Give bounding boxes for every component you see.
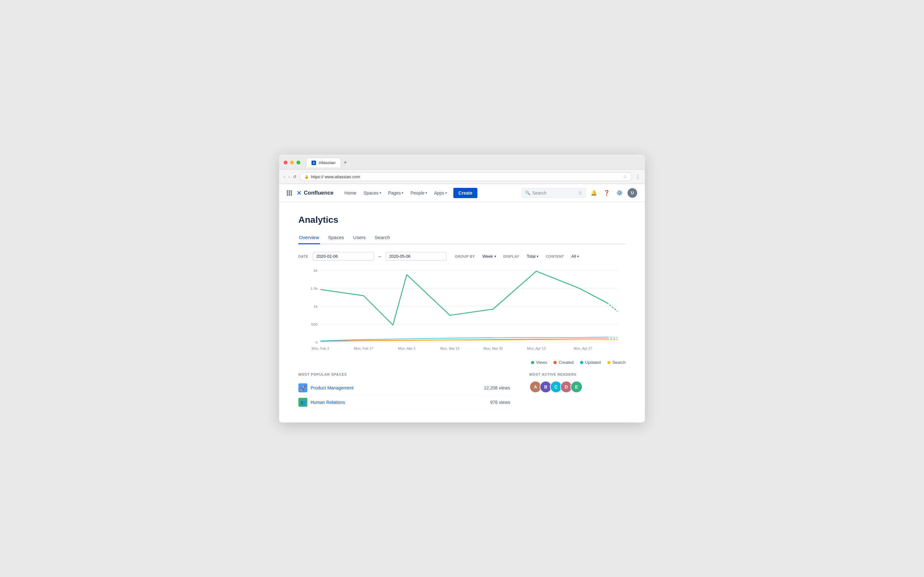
group-by-select[interactable]: Week ▾ — [480, 252, 499, 261]
content-label: CONTENT — [546, 255, 564, 258]
space-icon-human-relations: 👥 — [298, 398, 307, 407]
views-line — [320, 271, 607, 325]
svg-text:2k: 2k — [313, 268, 318, 273]
space-item: 👥 Human Relations 976 views — [298, 395, 510, 410]
nav-apps[interactable]: Apps ▾ — [431, 188, 450, 198]
confluence-logo-text: Confluence — [304, 190, 334, 196]
close-button[interactable] — [284, 161, 288, 164]
analytics-chart: 2k 1.5k 1k 500 0 — [298, 267, 626, 357]
page-title: Analytics — [298, 215, 626, 225]
chevron-down-icon: ▾ — [537, 255, 538, 258]
confluence-logo-icon: ✕ — [296, 189, 302, 197]
minimize-button[interactable] — [290, 161, 294, 164]
chevron-down-icon: ▾ — [577, 255, 579, 258]
svg-text:500: 500 — [311, 322, 318, 327]
search-line — [320, 340, 607, 342]
views-dot — [531, 361, 534, 364]
notifications-icon[interactable]: 🔔 — [589, 188, 599, 198]
browser-addressbar: ‹ › ↺ 🔒 https:// www.atlassian.com ☆ ⋮ — [279, 169, 645, 184]
legend-views: Views — [531, 360, 547, 365]
user-avatar[interactable]: U — [628, 188, 637, 198]
search-icon: 🔍 — [525, 190, 530, 195]
address-field[interactable]: 🔒 https:// www.atlassian.com ☆ — [300, 172, 632, 181]
svg-text:Mon, Apr 27: Mon, Apr 27 — [573, 347, 592, 350]
svg-text:Mon, Feb 3: Mon, Feb 3 — [312, 347, 329, 350]
space-name-product-management[interactable]: Product Management — [310, 385, 481, 390]
updated-dot — [580, 361, 583, 364]
svg-text:1.5k: 1.5k — [310, 286, 317, 291]
search-dot — [607, 361, 611, 364]
created-dot — [553, 361, 557, 364]
legend-search: Search — [607, 360, 626, 365]
browser-window: A Atlassian + ‹ › ↺ 🔒 https:// www.atlas… — [279, 155, 645, 422]
nav-people[interactable]: People ▾ — [407, 188, 430, 198]
chevron-down-icon: ▾ — [402, 191, 403, 195]
tab-overview[interactable]: Overview — [298, 231, 320, 244]
tab-title: Atlassian — [318, 160, 336, 165]
header-right: 🔍 Search / 🔔 ❓ ⚙️ U — [522, 188, 637, 198]
analytics-tabs: Overview Spaces Users Search — [298, 231, 626, 244]
tab-spaces[interactable]: Spaces — [328, 231, 345, 244]
lock-icon: 🔒 — [304, 175, 309, 179]
date-to-input[interactable] — [386, 252, 447, 261]
nav-home[interactable]: Home — [341, 188, 360, 198]
reader-avatar[interactable]: E — [570, 381, 583, 393]
tab-search[interactable]: Search — [374, 231, 391, 244]
app-grid-icon[interactable] — [287, 190, 292, 195]
main-navigation: Home Spaces ▾ Pages ▾ People ▾ Apps ▾ Cr… — [341, 188, 478, 198]
most-active-readers: MOST ACTIVE READERS A B C D E — [529, 372, 626, 410]
settings-icon[interactable]: ⚙️ — [615, 188, 624, 198]
date-label: DATE — [298, 255, 309, 258]
legend-created: Created — [553, 360, 573, 365]
main-content: Analytics Overview Spaces Users Search D… — [279, 202, 645, 422]
search-shortcut: / — [578, 191, 582, 195]
url-text: https:// www.atlassian.com — [311, 174, 360, 179]
back-button[interactable]: ‹ — [284, 174, 285, 179]
chevron-down-icon: ▾ — [380, 191, 381, 195]
search-line-dashed — [607, 340, 617, 340]
display-label: DISPLAY — [503, 255, 519, 258]
group-by-label: GROUP BY — [455, 255, 475, 258]
readers-avatars: A B C D E — [529, 381, 626, 393]
date-separator: – — [378, 253, 381, 259]
svg-text:Mon, Apr 13: Mon, Apr 13 — [527, 347, 546, 350]
content-select[interactable]: All ▾ — [569, 252, 582, 261]
new-tab-button[interactable]: + — [344, 159, 347, 166]
help-icon[interactable]: ❓ — [602, 188, 612, 198]
updated-line-dashed — [607, 337, 617, 338]
nav-pages[interactable]: Pages ▾ — [385, 188, 407, 198]
space-name-human-relations[interactable]: Human Relations — [310, 400, 487, 405]
svg-text:Mon, Mar 30: Mon, Mar 30 — [483, 347, 503, 350]
chevron-down-icon: ▾ — [445, 191, 447, 195]
legend-updated: Updated — [580, 360, 601, 365]
svg-text:1k: 1k — [313, 304, 318, 309]
chevron-down-icon: ▾ — [494, 255, 496, 258]
space-views-human-relations: 976 views — [490, 400, 510, 405]
chart-legend: Views Created Updated Search — [298, 360, 626, 365]
confluence-header: ✕ Confluence Home Spaces ▾ Pages ▾ Peopl… — [279, 184, 645, 202]
space-icon-product-management: 🚀 — [298, 384, 307, 392]
browser-tab[interactable]: A Atlassian — [306, 158, 341, 167]
browser-titlebar: A Atlassian + — [279, 155, 645, 169]
popular-spaces-title: MOST POPULAR SPACES — [298, 372, 510, 376]
popular-spaces: MOST POPULAR SPACES 🚀 Product Management… — [298, 372, 510, 410]
nav-spaces[interactable]: Spaces ▾ — [360, 188, 384, 198]
maximize-button[interactable] — [296, 161, 300, 164]
search-box[interactable]: 🔍 Search / — [522, 188, 586, 198]
confluence-logo[interactable]: ✕ Confluence — [296, 189, 334, 197]
display-select[interactable]: Total ▾ — [524, 252, 541, 261]
forward-button[interactable]: › — [288, 174, 290, 179]
svg-text:Mon, Feb 17: Mon, Feb 17 — [354, 347, 373, 350]
views-line-dashed — [607, 303, 617, 311]
tab-users[interactable]: Users — [352, 231, 367, 244]
create-button[interactable]: Create — [453, 188, 478, 198]
filters-row: DATE – GROUP BY Week ▾ DISPLAY Total ▾ C… — [298, 252, 626, 261]
more-icon[interactable]: ⋮ — [635, 174, 640, 180]
svg-text:Mon, Mar 16: Mon, Mar 16 — [440, 347, 459, 350]
svg-text:Mon, Mar 2: Mon, Mar 2 — [398, 347, 415, 350]
refresh-button[interactable]: ↺ — [293, 174, 296, 179]
search-placeholder: Search — [532, 190, 576, 195]
date-from-input[interactable] — [313, 252, 374, 261]
created-line-dashed — [607, 339, 617, 339]
bookmark-icon[interactable]: ☆ — [623, 174, 627, 179]
